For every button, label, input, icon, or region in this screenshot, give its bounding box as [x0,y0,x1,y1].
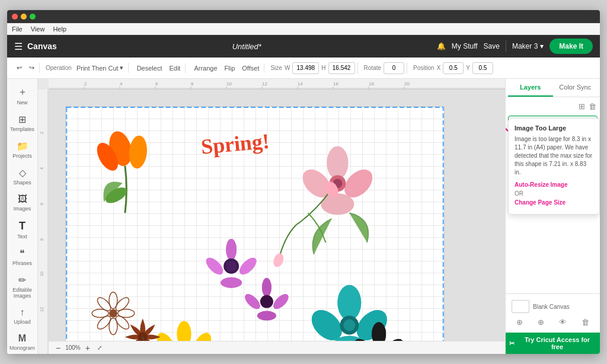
svg-point-66 [260,295,273,308]
operation-selector[interactable]: Print Then Cut ▾ [74,63,126,73]
y-label: Y [466,65,470,71]
sidebar-item-text[interactable]: T Text [9,216,36,243]
sidebar-item-templates[interactable]: ⊞ Templates [9,110,36,136]
sidebar-phrases-label: Phrases [12,260,32,266]
panel-duplicate-button[interactable]: ⊕ [538,318,544,327]
hamburger-icon[interactable]: ☰ [14,41,23,52]
zoom-out-button[interactable]: − [53,342,63,354]
ruler-vertical: 2 4 6 8 10 12 [38,90,49,354]
app-brand: Canvas [27,41,57,51]
sidebar-item-upload[interactable]: ↑ Upload [9,304,36,328]
svg-rect-0 [49,79,505,89]
my-stuff-button[interactable]: My Stuff [452,42,478,50]
panel-content: ⊞ 🗑 2 👁 👁 [506,97,600,293]
svg-point-32 [128,135,149,169]
svg-text:10: 10 [40,272,44,276]
size-width-input[interactable] [292,62,319,74]
blank-canvas-item: Blank Canvas [509,298,596,315]
menu-help[interactable]: Help [53,25,66,33]
svg-point-123 [271,252,285,269]
svg-point-114 [114,295,132,313]
sidebar-item-new[interactable]: ＋ New [9,82,36,109]
redo-button[interactable]: ↪ [27,63,37,73]
sidebar-item-shapes[interactable]: ◇ Shapes [9,164,36,189]
canvas-background: Spring! [49,90,505,354]
panel-trash-button[interactable]: 🗑 [582,318,589,327]
projects-icon: 📁 [17,141,28,152]
menu-file[interactable]: File [12,25,23,33]
ruler-h-svg: 2 4 6 8 10 12 14 16 18 20 [49,79,505,89]
canvas-area[interactable]: 2 4 6 8 10 12 14 16 18 20 [38,79,505,354]
maker-selector[interactable]: Maker 3 ▾ [512,42,544,50]
sidebar-item-monogram[interactable]: M Monogram [9,330,36,354]
templates-icon: ⊞ [18,114,26,125]
try-cricut-label: Try Cricut Access for free [518,336,596,350]
make-it-button[interactable]: Make It [550,39,593,54]
position-x-input[interactable] [443,62,464,74]
svg-text:Spring!: Spring! [200,129,271,159]
arrange-button[interactable]: Arrange [191,63,219,73]
menu-bar: File View Help [7,23,600,35]
close-button[interactable] [12,14,18,20]
undo-button[interactable]: ↩ [14,63,24,73]
panel-bottom-icons: ⊕ ⊕ 👁 🗑 [509,315,596,329]
menu-view[interactable]: View [31,25,45,33]
sidebar-item-images[interactable]: 🖼 Images [9,190,36,215]
try-cricut-bar[interactable]: ✂ Try Cricut Access for free [506,333,600,354]
h-label: H [321,65,325,71]
sidebar-item-projects[interactable]: 📁 Projects [9,137,36,162]
zoom-in-button[interactable]: + [83,342,92,354]
position-y-input[interactable] [472,62,493,74]
tab-color-sync[interactable]: Color Sync [553,79,598,97]
size-height-input[interactable] [328,62,355,74]
cricut-icon: ✂ [509,340,515,347]
monogram-icon: M [18,333,26,344]
maximize-button[interactable] [30,14,36,20]
x-label: X [437,65,441,71]
change-page-link[interactable]: Change Page Size [515,199,593,206]
fullscreen-icon[interactable]: ⤢ [97,344,102,351]
save-button[interactable]: Save [484,42,500,50]
panel-copy-button[interactable]: ⊕ [516,318,523,327]
w-label: W [285,65,290,71]
svg-point-53 [221,277,242,288]
auto-resize-link[interactable]: Auto-Resize Image [515,181,593,188]
sidebar-templates-label: Templates [10,126,34,132]
svg-text:18: 18 [369,81,374,87]
canvas-white[interactable]: Spring! [65,106,445,354]
blank-canvas-thumbnail [512,300,529,313]
svg-point-65 [242,292,263,312]
sidebar-item-phrases[interactable]: ❝ Phrases [9,244,36,270]
title-bar [7,10,600,23]
layer-delete-button[interactable]: 🗑 [589,102,596,111]
layer-actions: ⊞ 🗑 [508,100,598,113]
layer-group-button[interactable]: ⊞ [579,102,585,111]
error-title: Image Too Large [515,124,593,132]
bell-icon[interactable]: 🔔 [437,42,446,50]
panel-eye-button[interactable]: 👁 [559,318,567,327]
svg-point-51 [226,239,237,260]
edit-button[interactable]: Edit [167,63,183,73]
offset-button[interactable]: Offset [239,63,261,73]
header-divider [506,40,506,52]
minimize-button[interactable] [21,14,27,20]
svg-point-40 [327,146,349,180]
shapes-icon: ◇ [19,167,26,178]
bottom-bar: − 100% + ⤢ [49,341,505,354]
sidebar-item-editable[interactable]: ✏ Editable Images [9,271,36,302]
deselect-button[interactable]: Deselect [135,63,165,73]
new-icon: ＋ [18,86,27,98]
sidebar-projects-label: Projects [12,153,32,159]
svg-point-72 [337,285,361,321]
flip-button[interactable]: Flip [222,63,238,73]
svg-text:6: 6 [155,81,158,87]
size-label: Size [270,65,282,71]
svg-text:12: 12 [40,307,44,312]
rotate-input[interactable] [384,62,404,74]
svg-text:8: 8 [40,238,44,241]
sidebar-text-label: Text [17,234,27,240]
tab-layers[interactable]: Layers [508,79,553,97]
svg-point-77 [343,320,355,331]
svg-point-121 [109,309,117,318]
save-label: Save [484,42,500,50]
